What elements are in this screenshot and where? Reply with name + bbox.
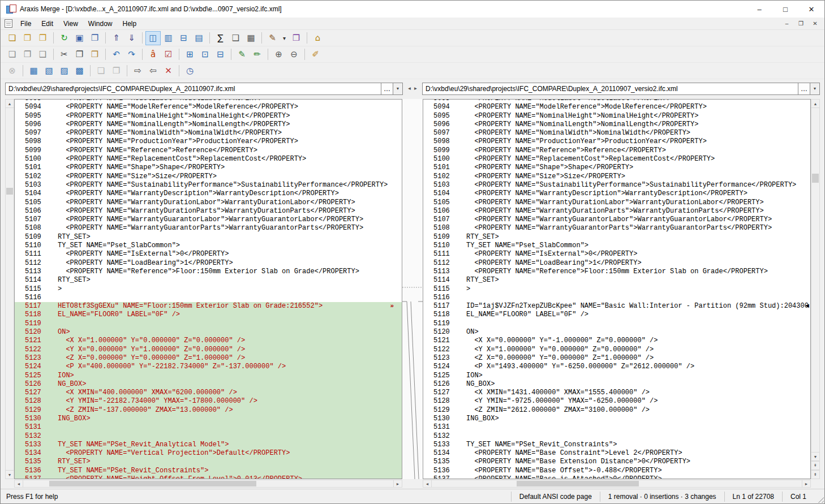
right-scroll-track[interactable] <box>811 108 820 452</box>
code-line[interactable]: 5122 <Y X="1.000000" Y="0.000000" Z="0.0… <box>423 346 810 354</box>
code-line[interactable]: 5116 <box>423 294 810 302</box>
menu-view[interactable]: View <box>58 18 83 29</box>
code-line[interactable]: 5115> <box>15 285 402 294</box>
code-line[interactable]: 5093 <PROPERTY NAME="ModelLabel">ModelLa… <box>423 99 810 103</box>
menu-file[interactable]: File <box>15 18 36 29</box>
right-hscroll-right-icon[interactable]: ► <box>802 480 811 488</box>
remove-sync-link-button[interactable]: ⊖ <box>286 48 302 62</box>
code-line[interactable]: 5123 <Z X="0.000000" Y="0.000000" Z="1.0… <box>15 354 402 363</box>
edit-left-button[interactable]: ✎ <box>234 48 250 62</box>
add-bookmark-button[interactable]: ⊞ <box>182 48 197 62</box>
menu-edit[interactable]: Edit <box>36 18 58 29</box>
code-line[interactable]: 5106 <PROPERTY NAME="WarrantyDurationPar… <box>423 207 810 216</box>
previous-unresolved-button[interactable]: ❏ <box>93 64 109 78</box>
code-line[interactable]: 5095 <PROPERTY NAME="NominalHeight">Nomi… <box>423 112 810 120</box>
remove-bookmark-button[interactable]: ⊟ <box>213 48 228 62</box>
save-button[interactable]: ▣ <box>72 31 87 45</box>
scroll-up-file-button[interactable]: ⇑ <box>109 31 124 45</box>
code-line[interactable]: 5107 <PROPERTY NAME="WarrantyGuarantorLa… <box>15 216 402 224</box>
code-line[interactable]: 5119 <box>15 320 402 328</box>
code-line[interactable]: 5127 <X XMIN="1431.400000" XMAX="1555.40… <box>423 389 810 397</box>
link-left-arrow-icon[interactable]: ◄ <box>407 86 412 91</box>
code-line[interactable]: 5134 <PROPERTY NAME="Base Constraint">Le… <box>423 449 810 458</box>
next-unresolved-button[interactable]: ❐ <box>109 64 124 78</box>
code-line[interactable]: 5099 <PROPERTY NAME="Reference">Referenc… <box>15 147 402 155</box>
save-file-button[interactable]: ❑ <box>35 48 50 62</box>
code-line[interactable]: 5094 <PROPERTY NAME="ModelReference">Mod… <box>423 103 810 111</box>
code-line[interactable]: 5123 <Z X="0.000000" Y="0.000000" Z="1.0… <box>423 354 810 363</box>
open-file-button[interactable]: ❐ <box>20 48 35 62</box>
code-line[interactable]: 5102 <PROPERTY NAME="Size">Size</PROPERT… <box>15 173 402 181</box>
menu-window[interactable]: Window <box>83 18 118 29</box>
code-line[interactable]: 5119 <box>423 320 810 328</box>
code-line[interactable]: 5100 <PROPERTY NAME="ReplacementCost">Re… <box>15 155 402 163</box>
left-scroll-down-icon[interactable]: ▼ <box>5 470 14 479</box>
code-line[interactable]: 5104 <PROPERTY NAME="WarrantyDescription… <box>423 189 810 198</box>
code-line[interactable]: 5120ON> <box>423 328 810 337</box>
home-button[interactable]: ⌂ <box>310 31 325 45</box>
new-comparison-button[interactable]: ❏ <box>5 31 20 45</box>
code-line[interactable]: 5137 <PROPERTY NAME="Base_is_Attached">0… <box>423 475 810 479</box>
right-path-dropdown-button[interactable]: ▼ <box>810 83 820 95</box>
mdi-minimize-button[interactable]: – <box>780 19 793 28</box>
open-recent-button[interactable]: ❐ <box>35 31 50 45</box>
code-line[interactable]: 5131 <box>423 423 810 432</box>
resize-grip[interactable] <box>815 494 824 503</box>
code-line[interactable]: 5124 <P X="400.000000" Y="-22182.734000"… <box>15 363 402 371</box>
previous-block-button[interactable]: ▧ <box>41 64 57 78</box>
right-scroll-thumb[interactable] <box>812 174 819 183</box>
code-line[interactable]: 5118EL_NAME="FLOOR0" LABEL="0F" /> <box>15 311 402 319</box>
next-block-button[interactable]: ▨ <box>57 64 72 78</box>
help-book-button[interactable]: ❒ <box>289 31 304 45</box>
new-file-button[interactable]: ❏ <box>5 48 20 62</box>
code-line[interactable]: 5101 <PROPERTY NAME="Shape">Shape</PROPE… <box>423 163 810 172</box>
mdi-close-button[interactable]: ✕ <box>809 19 822 28</box>
code-line[interactable]: 5098 <PROPERTY NAME="ProductionYear">Pro… <box>423 137 810 146</box>
left-hscroll-right-icon[interactable]: ► <box>393 480 402 488</box>
code-line[interactable]: 5118EL_NAME="FLOOR0" LABEL="0F" /> <box>423 311 810 319</box>
left-scroll-thumb[interactable] <box>6 188 13 195</box>
link-right-arrow-icon[interactable]: ► <box>414 86 418 91</box>
character-view-button[interactable]: â <box>145 48 161 62</box>
code-line[interactable]: 5121 <X X="1.000000" Y="0.000000" Z="0.0… <box>15 337 402 345</box>
code-line[interactable]: 5105 <PROPERTY NAME="WarrantyDurationLab… <box>15 199 402 207</box>
code-line[interactable]: 5115> <box>423 285 810 294</box>
next-bookmark-button[interactable]: ⊡ <box>197 48 213 62</box>
code-line[interactable]: 5130ING_BOX> <box>423 415 810 423</box>
last-block-button[interactable]: ▩ <box>72 64 87 78</box>
code-line[interactable]: 5133TY_SET NAME="PSet_Revit_Analytical M… <box>15 441 402 449</box>
close-button[interactable]: ✕ <box>798 1 824 18</box>
copy-button[interactable]: ❐ <box>72 48 87 62</box>
code-line[interactable]: 5122 <Y X="0.000000" Y="1.000000" Z="0.0… <box>15 346 402 354</box>
scroll-down-file-button[interactable]: ⇓ <box>124 31 139 45</box>
left-vertical-scrollbar[interactable]: ▲ ▼ <box>5 99 14 479</box>
code-line[interactable]: 5127 <X XMIN="400.000000" XMAX="6200.000… <box>15 389 402 397</box>
left-path-dropdown-button[interactable]: ▼ <box>393 83 403 95</box>
edit-right-button[interactable]: ✏ <box>250 48 265 62</box>
code-line[interactable]: 5108 <PROPERTY NAME="WarrantyGuarantorPa… <box>15 224 402 232</box>
code-line[interactable]: 5110TY_SET NAME="Pset_SlabCommon"> <box>15 242 402 250</box>
copy-to-left-button[interactable]: ⇦ <box>145 64 161 78</box>
first-block-button[interactable]: ▦ <box>26 64 41 78</box>
right-hscroll-thumb[interactable] <box>517 481 639 486</box>
code-line[interactable]: 5133TY_SET NAME="PSet_Revit_Constraints"… <box>423 441 810 449</box>
code-line[interactable]: 5135 <PROPERTY NAME="Base Extension Dist… <box>423 458 810 466</box>
right-browse-button[interactable]: … <box>798 83 810 95</box>
menu-help[interactable]: Help <box>118 18 142 29</box>
paste-button[interactable]: ❒ <box>87 48 102 62</box>
code-line[interactable]: 5102 <PROPERTY NAME="Size">Size</PROPERT… <box>423 173 810 181</box>
code-line[interactable]: 5136 <PROPERTY NAME="Base Offset">-0.488… <box>423 467 810 475</box>
redo-button[interactable]: ↷ <box>124 48 139 62</box>
code-line[interactable]: 5098 <PROPERTY NAME="ProductionYear">Pro… <box>15 137 402 146</box>
mdi-restore-button[interactable]: ❐ <box>794 19 807 28</box>
code-line[interactable]: 5125ION> <box>423 372 810 380</box>
code-line[interactable]: 5126NG_BOX> <box>15 380 402 389</box>
code-line[interactable]: 5116 <box>15 294 402 302</box>
code-line[interactable]: 5131 <box>15 423 402 432</box>
right-vertical-scrollbar[interactable]: ▲ ▼ ⇞ ⇟ <box>811 99 820 479</box>
options-button[interactable]: ✎ <box>265 31 280 45</box>
right-scroll-down-icon[interactable]: ▼ <box>811 452 820 461</box>
open-comparison-button[interactable]: ❒ <box>20 31 35 45</box>
right-scroll-up-icon[interactable]: ▲ <box>811 99 820 108</box>
statistics-button[interactable]: ∑ <box>213 31 228 45</box>
